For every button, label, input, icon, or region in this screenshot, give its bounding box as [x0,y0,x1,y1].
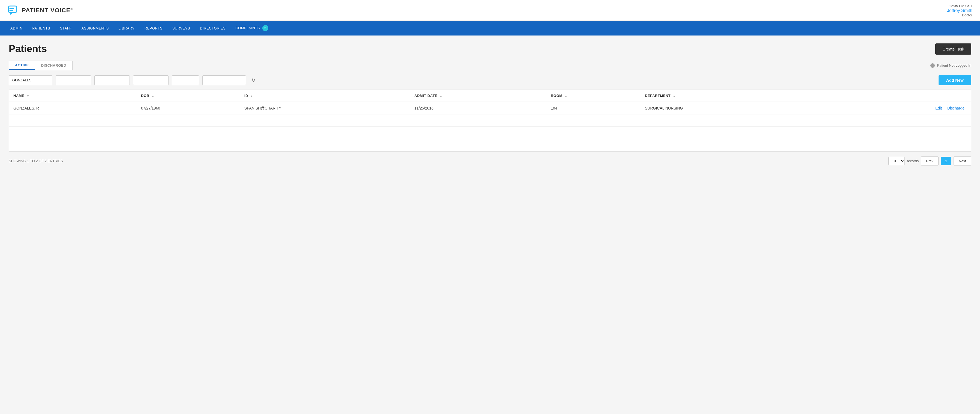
sort-icon-dob: ▲ [152,94,154,98]
nav-item-library[interactable]: LIBRARY [114,22,140,35]
cell-id [240,139,410,151]
showing-text: SHOWING 1 TO 2 OF 2 ENTRIES [9,159,63,163]
filter-name-input[interactable] [9,75,52,85]
refresh-button[interactable]: ↻ [249,76,258,85]
cell-name [9,114,137,127]
table-row [9,127,971,139]
cell-dob [137,114,240,127]
page-header-row: Patients Create Task [9,43,971,54]
cell-dob: 07/27/1960 [137,102,240,114]
nav-item-admin[interactable]: ADMIN [5,22,27,35]
page-content: Patients Create Task ACTIVE DISCHARGED P… [0,35,980,414]
cell-department [641,139,814,151]
table-row: GONZALES, R 07/27/1960 SPANISH@CHARITY 1… [9,102,971,114]
edit-button[interactable]: Edit [933,106,944,110]
sort-icon-admit-date: ▲ [439,94,442,98]
cell-actions: Edit Discharge [814,102,971,114]
filter-id-input[interactable] [94,75,130,85]
user-time: 12:35 PM CST [949,4,972,8]
add-new-button[interactable]: Add New [939,75,971,85]
user-name: Jeffrey Smith [947,8,972,13]
logo-text: PATIENT VOICE® [22,7,73,14]
user-role: Doctor [947,13,972,17]
logo-icon [8,5,19,16]
table-container: NAME ▼ DOB ▲ ID ▲ ADMIT DATE ▲ [9,90,971,152]
table-row [9,114,971,127]
nav-item-reports[interactable]: REPORTS [140,22,167,35]
pagination-right: 10 25 50 100 records Prev 1 Next [888,157,971,166]
status-dot [931,63,935,68]
cell-name: GONZALES, R [9,102,137,114]
col-header-id: ID ▲ [240,90,410,102]
filter-department-input[interactable] [202,75,246,85]
cell-room: 104 [546,102,641,114]
nav-item-complaints[interactable]: COMPLAINTS 2 [231,21,273,35]
create-task-button[interactable]: Create Task [935,43,971,54]
cell-id [240,127,410,139]
discharge-button[interactable]: Discharge [945,106,967,110]
tabs: ACTIVE DISCHARGED [9,61,73,70]
cell-department: SURGICAL NURSING [641,102,814,114]
tab-active[interactable]: ACTIVE [9,61,35,70]
next-button[interactable]: Next [953,157,971,166]
cell-id [240,114,410,127]
nav-item-staff[interactable]: STAFF [55,22,76,35]
cell-admit-date: 11/25/2016 [410,102,546,114]
nav-item-assignments[interactable]: ASSIGNMENTS [76,22,114,35]
logo-area: PATIENT VOICE® [8,5,73,16]
col-header-admit-date: ADMIT DATE ▲ [410,90,546,102]
cell-room [546,127,641,139]
tabs-row: ACTIVE DISCHARGED Patient Not Logged In [9,61,971,70]
cell-actions [814,139,971,151]
patients-table: NAME ▼ DOB ▲ ID ▲ ADMIT DATE ▲ [9,90,971,151]
cell-admit-date [410,127,546,139]
nav-item-patients[interactable]: PATIENTS [27,22,55,35]
cell-name [9,139,137,151]
sort-icon-name: ▼ [27,94,29,98]
col-header-room: ROOM ▲ [546,90,641,102]
cell-department [641,114,814,127]
cell-dob [137,139,240,151]
table-footer: SHOWING 1 TO 2 OF 2 ENTRIES 10 25 50 100… [9,157,971,166]
cell-admit-date [410,139,546,151]
svg-rect-0 [8,6,17,13]
nav-item-directories[interactable]: DIRECTORIES [195,22,231,35]
col-header-department: DEPARTMENT ▲ [641,90,814,102]
cell-name [9,127,137,139]
filter-room-input[interactable] [172,75,199,85]
cell-actions [814,114,971,127]
cell-dob [137,127,240,139]
status-label: Patient Not Logged In [937,63,971,67]
cell-id: SPANISH@CHARITY [240,102,410,114]
top-header: PATIENT VOICE® 12:35 PM CST Jeffrey Smit… [0,0,980,21]
cell-admit-date [410,114,546,127]
records-label: records [907,159,919,163]
cell-room [546,114,641,127]
cell-department [641,127,814,139]
sort-icon-department: ▲ [673,94,675,98]
col-header-dob: DOB ▲ [137,90,240,102]
col-header-actions [814,90,971,102]
tab-discharged[interactable]: DISCHARGED [35,61,72,70]
user-info: 12:35 PM CST Jeffrey Smith Doctor [947,3,972,17]
col-header-name: NAME ▼ [9,90,137,102]
main-nav: ADMIN PATIENTS STAFF ASSIGNMENTS LIBRARY… [0,21,980,35]
table-row [9,139,971,151]
status-indicator: Patient Not Logged In [931,63,971,68]
prev-button[interactable]: Prev [921,157,939,166]
filter-admit-date-input[interactable] [133,75,169,85]
current-page: 1 [941,157,951,165]
filters-row: ↻ Add New [9,75,971,85]
nav-item-surveys[interactable]: SURVEYS [167,22,195,35]
filter-dob-input[interactable] [56,75,91,85]
cell-room [546,139,641,151]
sort-icon-room: ▲ [565,94,567,98]
table-header-row: NAME ▼ DOB ▲ ID ▲ ADMIT DATE ▲ [9,90,971,102]
complaints-badge: 2 [262,25,268,31]
cell-actions [814,127,971,139]
page-title: Patients [9,43,47,54]
sort-icon-id: ▲ [250,94,253,98]
records-per-page-select[interactable]: 10 25 50 100 [888,157,905,165]
